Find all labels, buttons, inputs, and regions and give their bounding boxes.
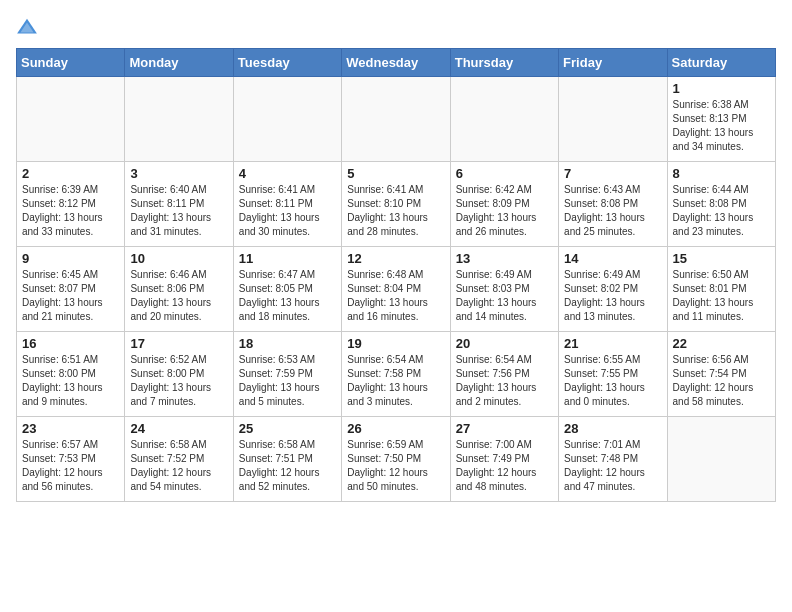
calendar-cell: 14Sunrise: 6:49 AM Sunset: 8:02 PM Dayli… [559, 247, 667, 332]
day-info: Sunrise: 6:45 AM Sunset: 8:07 PM Dayligh… [22, 268, 119, 324]
calendar-cell: 7Sunrise: 6:43 AM Sunset: 8:08 PM Daylig… [559, 162, 667, 247]
day-info: Sunrise: 6:38 AM Sunset: 8:13 PM Dayligh… [673, 98, 770, 154]
day-number: 4 [239, 166, 336, 181]
day-info: Sunrise: 6:41 AM Sunset: 8:10 PM Dayligh… [347, 183, 444, 239]
calendar-header-tuesday: Tuesday [233, 49, 341, 77]
calendar-cell: 24Sunrise: 6:58 AM Sunset: 7:52 PM Dayli… [125, 417, 233, 502]
day-info: Sunrise: 6:44 AM Sunset: 8:08 PM Dayligh… [673, 183, 770, 239]
day-info: Sunrise: 6:42 AM Sunset: 8:09 PM Dayligh… [456, 183, 553, 239]
day-number: 9 [22, 251, 119, 266]
calendar-cell: 4Sunrise: 6:41 AM Sunset: 8:11 PM Daylig… [233, 162, 341, 247]
day-info: Sunrise: 6:49 AM Sunset: 8:03 PM Dayligh… [456, 268, 553, 324]
calendar-header-row: SundayMondayTuesdayWednesdayThursdayFrid… [17, 49, 776, 77]
calendar-cell: 1Sunrise: 6:38 AM Sunset: 8:13 PM Daylig… [667, 77, 775, 162]
day-number: 5 [347, 166, 444, 181]
calendar-table: SundayMondayTuesdayWednesdayThursdayFrid… [16, 48, 776, 502]
calendar-cell: 20Sunrise: 6:54 AM Sunset: 7:56 PM Dayli… [450, 332, 558, 417]
calendar-week-row: 16Sunrise: 6:51 AM Sunset: 8:00 PM Dayli… [17, 332, 776, 417]
calendar-cell: 16Sunrise: 6:51 AM Sunset: 8:00 PM Dayli… [17, 332, 125, 417]
day-info: Sunrise: 7:01 AM Sunset: 7:48 PM Dayligh… [564, 438, 661, 494]
day-number: 16 [22, 336, 119, 351]
day-info: Sunrise: 6:40 AM Sunset: 8:11 PM Dayligh… [130, 183, 227, 239]
calendar-cell: 26Sunrise: 6:59 AM Sunset: 7:50 PM Dayli… [342, 417, 450, 502]
day-number: 14 [564, 251, 661, 266]
day-number: 11 [239, 251, 336, 266]
calendar-header-monday: Monday [125, 49, 233, 77]
day-info: Sunrise: 6:52 AM Sunset: 8:00 PM Dayligh… [130, 353, 227, 409]
day-number: 24 [130, 421, 227, 436]
calendar-cell [450, 77, 558, 162]
calendar-cell [125, 77, 233, 162]
calendar-header-friday: Friday [559, 49, 667, 77]
day-number: 28 [564, 421, 661, 436]
day-number: 7 [564, 166, 661, 181]
day-info: Sunrise: 6:46 AM Sunset: 8:06 PM Dayligh… [130, 268, 227, 324]
day-number: 20 [456, 336, 553, 351]
day-number: 22 [673, 336, 770, 351]
calendar-cell: 2Sunrise: 6:39 AM Sunset: 8:12 PM Daylig… [17, 162, 125, 247]
day-info: Sunrise: 6:39 AM Sunset: 8:12 PM Dayligh… [22, 183, 119, 239]
calendar-cell: 15Sunrise: 6:50 AM Sunset: 8:01 PM Dayli… [667, 247, 775, 332]
calendar-cell: 13Sunrise: 6:49 AM Sunset: 8:03 PM Dayli… [450, 247, 558, 332]
calendar-header-sunday: Sunday [17, 49, 125, 77]
calendar-cell: 28Sunrise: 7:01 AM Sunset: 7:48 PM Dayli… [559, 417, 667, 502]
day-number: 1 [673, 81, 770, 96]
calendar-cell: 3Sunrise: 6:40 AM Sunset: 8:11 PM Daylig… [125, 162, 233, 247]
calendar-cell [342, 77, 450, 162]
calendar-cell: 12Sunrise: 6:48 AM Sunset: 8:04 PM Dayli… [342, 247, 450, 332]
day-number: 19 [347, 336, 444, 351]
page-header [16, 16, 776, 38]
day-info: Sunrise: 6:51 AM Sunset: 8:00 PM Dayligh… [22, 353, 119, 409]
calendar-cell: 19Sunrise: 6:54 AM Sunset: 7:58 PM Dayli… [342, 332, 450, 417]
day-number: 8 [673, 166, 770, 181]
day-number: 18 [239, 336, 336, 351]
day-number: 12 [347, 251, 444, 266]
day-info: Sunrise: 6:49 AM Sunset: 8:02 PM Dayligh… [564, 268, 661, 324]
day-number: 23 [22, 421, 119, 436]
calendar-cell: 23Sunrise: 6:57 AM Sunset: 7:53 PM Dayli… [17, 417, 125, 502]
day-info: Sunrise: 6:47 AM Sunset: 8:05 PM Dayligh… [239, 268, 336, 324]
day-number: 15 [673, 251, 770, 266]
day-number: 13 [456, 251, 553, 266]
calendar-cell: 27Sunrise: 7:00 AM Sunset: 7:49 PM Dayli… [450, 417, 558, 502]
day-info: Sunrise: 6:41 AM Sunset: 8:11 PM Dayligh… [239, 183, 336, 239]
calendar-cell: 25Sunrise: 6:58 AM Sunset: 7:51 PM Dayli… [233, 417, 341, 502]
calendar-header-wednesday: Wednesday [342, 49, 450, 77]
calendar-cell [667, 417, 775, 502]
calendar-cell: 8Sunrise: 6:44 AM Sunset: 8:08 PM Daylig… [667, 162, 775, 247]
logo-icon [16, 16, 38, 38]
calendar-cell: 9Sunrise: 6:45 AM Sunset: 8:07 PM Daylig… [17, 247, 125, 332]
calendar-cell: 10Sunrise: 6:46 AM Sunset: 8:06 PM Dayli… [125, 247, 233, 332]
calendar-cell [233, 77, 341, 162]
calendar-cell: 5Sunrise: 6:41 AM Sunset: 8:10 PM Daylig… [342, 162, 450, 247]
calendar-header-thursday: Thursday [450, 49, 558, 77]
day-info: Sunrise: 6:54 AM Sunset: 7:58 PM Dayligh… [347, 353, 444, 409]
day-number: 10 [130, 251, 227, 266]
day-info: Sunrise: 6:56 AM Sunset: 7:54 PM Dayligh… [673, 353, 770, 409]
day-info: Sunrise: 6:57 AM Sunset: 7:53 PM Dayligh… [22, 438, 119, 494]
calendar-week-row: 2Sunrise: 6:39 AM Sunset: 8:12 PM Daylig… [17, 162, 776, 247]
day-info: Sunrise: 6:54 AM Sunset: 7:56 PM Dayligh… [456, 353, 553, 409]
calendar-cell: 6Sunrise: 6:42 AM Sunset: 8:09 PM Daylig… [450, 162, 558, 247]
day-info: Sunrise: 6:55 AM Sunset: 7:55 PM Dayligh… [564, 353, 661, 409]
calendar-cell: 22Sunrise: 6:56 AM Sunset: 7:54 PM Dayli… [667, 332, 775, 417]
day-number: 2 [22, 166, 119, 181]
day-info: Sunrise: 6:53 AM Sunset: 7:59 PM Dayligh… [239, 353, 336, 409]
calendar-cell: 11Sunrise: 6:47 AM Sunset: 8:05 PM Dayli… [233, 247, 341, 332]
day-info: Sunrise: 6:59 AM Sunset: 7:50 PM Dayligh… [347, 438, 444, 494]
day-info: Sunrise: 6:48 AM Sunset: 8:04 PM Dayligh… [347, 268, 444, 324]
day-info: Sunrise: 6:58 AM Sunset: 7:52 PM Dayligh… [130, 438, 227, 494]
calendar-week-row: 23Sunrise: 6:57 AM Sunset: 7:53 PM Dayli… [17, 417, 776, 502]
day-number: 26 [347, 421, 444, 436]
day-number: 25 [239, 421, 336, 436]
day-info: Sunrise: 7:00 AM Sunset: 7:49 PM Dayligh… [456, 438, 553, 494]
calendar-cell: 17Sunrise: 6:52 AM Sunset: 8:00 PM Dayli… [125, 332, 233, 417]
day-number: 17 [130, 336, 227, 351]
calendar-cell [17, 77, 125, 162]
day-number: 27 [456, 421, 553, 436]
calendar-week-row: 9Sunrise: 6:45 AM Sunset: 8:07 PM Daylig… [17, 247, 776, 332]
calendar-week-row: 1Sunrise: 6:38 AM Sunset: 8:13 PM Daylig… [17, 77, 776, 162]
day-number: 21 [564, 336, 661, 351]
calendar-header-saturday: Saturday [667, 49, 775, 77]
calendar-cell [559, 77, 667, 162]
